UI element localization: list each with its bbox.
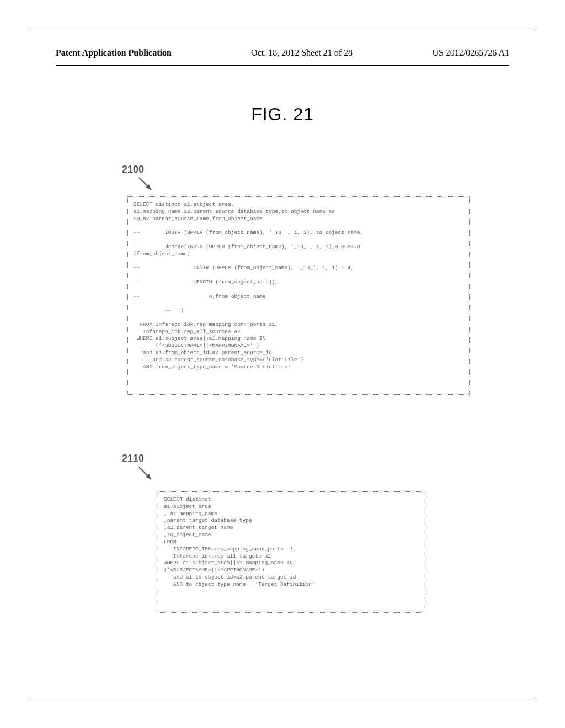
header-left: Patent Application Publication: [56, 48, 172, 58]
header-divider: [56, 65, 509, 66]
code-block-2100: SELECT distinct a1.subject_area, a1.mapp…: [127, 196, 470, 395]
page-container: Patent Application Publication Oct. 18, …: [28, 28, 537, 700]
arrow-2110-icon: [136, 464, 158, 486]
code-block-2110: SELECT distinct a1.subject_area , a1.map…: [158, 491, 425, 613]
code-text-2110: SELECT distinct a1.subject_area , a1.map…: [164, 496, 419, 588]
callout-2110: 2110: [122, 453, 144, 464]
arrow-2100-icon: [136, 174, 158, 196]
page-header: Patent Application Publication Oct. 18, …: [28, 28, 537, 62]
header-center: Oct. 18, 2012 Sheet 21 of 28: [251, 48, 353, 58]
header-right: US 2012/0265726 A1: [432, 48, 509, 58]
callout-2100: 2100: [122, 164, 144, 175]
figure-title: FIG. 21: [28, 104, 537, 125]
code-text-2100: SELECT distinct a1.subject_area, a1.mapp…: [134, 201, 463, 371]
